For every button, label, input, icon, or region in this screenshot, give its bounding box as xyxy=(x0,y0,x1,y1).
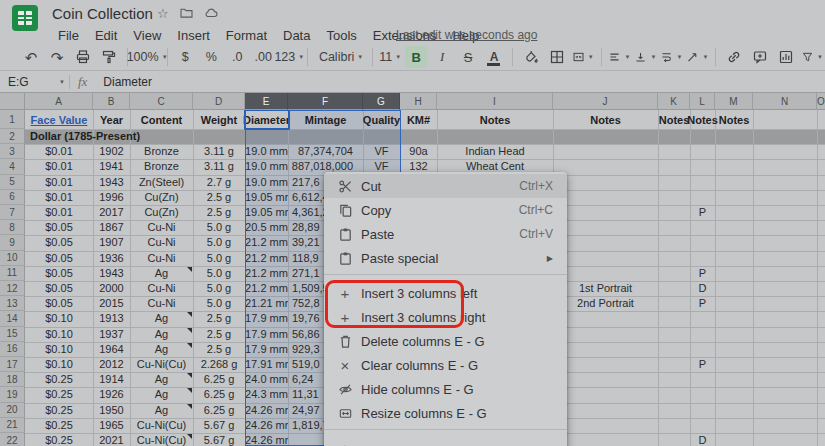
cell-B4[interactable]: 1941 xyxy=(93,159,130,174)
undo-button[interactable]: ↶ xyxy=(20,46,42,68)
row-header-2[interactable]: 2 xyxy=(0,129,25,144)
cell-C4[interactable]: Bronze xyxy=(130,159,193,174)
header-cell-E1[interactable]: Diameter xyxy=(245,110,288,129)
cell-D12[interactable]: 5.0 g xyxy=(193,281,245,296)
header-cell-K1[interactable]: Notes xyxy=(658,110,690,129)
cell-B13[interactable]: 2015 xyxy=(93,296,130,311)
cell-C7[interactable]: Cu(Zn) xyxy=(130,205,193,220)
column-header-B[interactable]: B xyxy=(93,93,130,110)
cell-B15[interactable]: 1937 xyxy=(93,327,130,342)
column-header-G[interactable]: G xyxy=(363,93,400,110)
header-cell-D1[interactable]: Weight xyxy=(193,110,245,129)
cell-D14[interactable]: 2.5 g xyxy=(193,311,245,326)
cell-D17[interactable]: 2.268 g xyxy=(193,357,245,372)
horizontal-align-button[interactable]: ▼ xyxy=(608,46,630,68)
cell-C22[interactable]: Cu-Ni(Cu) xyxy=(130,433,193,446)
cell-B22[interactable]: 2021 xyxy=(93,433,130,446)
cell-F3[interactable]: 87,374,704 xyxy=(288,144,363,159)
cell-B6[interactable]: 1996 xyxy=(93,190,130,205)
more-formats-button[interactable]: 123▼ xyxy=(278,46,300,68)
cell-B3[interactable]: 1902 xyxy=(93,144,130,159)
row-header-21[interactable]: 21 xyxy=(0,418,25,433)
fill-color-button[interactable] xyxy=(520,46,542,68)
menu-insert[interactable]: Insert xyxy=(169,26,218,45)
font-size-select[interactable]: 11▼ xyxy=(379,46,401,68)
row-header-19[interactable]: 19 xyxy=(0,387,25,402)
create-filter-button[interactable]: ▼ xyxy=(801,46,823,68)
cell-E12[interactable]: 21.2 mm xyxy=(245,281,288,296)
cell-D10[interactable]: 5.0 g xyxy=(193,251,245,266)
select-all-corner[interactable] xyxy=(0,93,25,110)
borders-button[interactable] xyxy=(546,46,568,68)
cell-C11[interactable]: Ag xyxy=(130,266,193,281)
cloud-status-icon[interactable] xyxy=(204,6,218,21)
cell-A4[interactable]: $0.01 xyxy=(25,159,93,174)
cell-D13[interactable]: 5.0 g xyxy=(193,296,245,311)
cell-D19[interactable]: 6.25 g xyxy=(193,387,245,402)
cell-D20[interactable]: 6.25 g xyxy=(193,403,245,418)
header-cell-L1[interactable]: Notes xyxy=(690,110,715,129)
increase-decimal-button[interactable]: .00 xyxy=(252,46,274,68)
column-header-C[interactable]: C xyxy=(130,93,193,110)
header-cell-I1[interactable]: Notes xyxy=(437,110,553,129)
cell-A15[interactable]: $0.10 xyxy=(25,327,93,342)
name-box[interactable]: E:G xyxy=(0,75,56,89)
cell-E13[interactable]: 21.21 mm xyxy=(245,296,288,311)
header-cell-B1[interactable]: Year xyxy=(93,110,130,129)
cell-A12[interactable]: $0.05 xyxy=(25,281,93,296)
cell-D15[interactable]: 2.5 g xyxy=(193,327,245,342)
strikethrough-button[interactable]: S xyxy=(457,46,479,68)
print-button[interactable] xyxy=(72,46,94,68)
cell-B19[interactable]: 1926 xyxy=(93,387,130,402)
column-header-F[interactable]: F xyxy=(288,93,363,110)
cell-E7[interactable]: 19.05 mm xyxy=(245,205,288,220)
redo-button[interactable]: ↷ xyxy=(46,46,68,68)
row-header-1[interactable]: 1 xyxy=(0,110,25,129)
cell-D22[interactable]: 5.67 g xyxy=(193,433,245,446)
cell-L17[interactable]: P xyxy=(690,357,715,372)
cell-C21[interactable]: Cu-Ni(Cu) xyxy=(130,418,193,433)
cell-A19[interactable]: $0.25 xyxy=(25,387,93,402)
cell-D3[interactable]: 3.11 g xyxy=(193,144,245,159)
column-header-I[interactable]: I xyxy=(437,93,553,110)
text-color-button[interactable]: A xyxy=(483,46,505,68)
row-header-16[interactable]: 16 xyxy=(0,342,25,357)
cell-E19[interactable]: 24.3 mm xyxy=(245,387,288,402)
column-header-D[interactable]: D xyxy=(193,93,245,110)
cell-A20[interactable]: $0.25 xyxy=(25,403,93,418)
menu-item-delete-columns-e-g[interactable]: Delete columns E - G xyxy=(324,329,567,353)
row-header-5[interactable]: 5 xyxy=(0,175,25,190)
format-percent-button[interactable]: % xyxy=(200,46,222,68)
cell-E17[interactable]: 17.91 mm xyxy=(245,357,288,372)
text-rotate-button[interactable]: ▼ xyxy=(686,46,708,68)
column-header-N[interactable]: N xyxy=(753,93,817,110)
cell-A3[interactable]: $0.01 xyxy=(25,144,93,159)
menu-format[interactable]: Format xyxy=(218,26,275,45)
row-header-12[interactable]: 12 xyxy=(0,281,25,296)
cell-B8[interactable]: 1867 xyxy=(93,220,130,235)
cell-B10[interactable]: 1936 xyxy=(93,251,130,266)
column-header-H[interactable]: H xyxy=(400,93,437,110)
menu-item-cut[interactable]: CutCtrl+X xyxy=(324,174,567,198)
cell-I3[interactable]: Indian Head xyxy=(437,144,553,159)
column-header-A[interactable]: A xyxy=(25,93,93,110)
formula-input[interactable]: Diameter xyxy=(103,75,152,89)
cell-E16[interactable]: 17.9 mm xyxy=(245,342,288,357)
format-currency-button[interactable]: $ xyxy=(174,46,196,68)
cell-B14[interactable]: 1913 xyxy=(93,311,130,326)
row-header-9[interactable]: 9 xyxy=(0,235,25,250)
menu-item-insert-3-columns-left[interactable]: +Insert 3 columns left xyxy=(324,281,567,305)
cell-C18[interactable]: Ag xyxy=(130,372,193,387)
cell-L7[interactable]: P xyxy=(690,205,715,220)
cell-E22[interactable]: 24.26 mm xyxy=(245,433,288,446)
cell-A22[interactable]: $0.25 xyxy=(25,433,93,446)
row-header-14[interactable]: 14 xyxy=(0,311,25,326)
row-header-6[interactable]: 6 xyxy=(0,190,25,205)
row-header-7[interactable]: 7 xyxy=(0,205,25,220)
row-header-8[interactable]: 8 xyxy=(0,220,25,235)
row-header-3[interactable]: 3 xyxy=(0,144,25,159)
last-edit-status[interactable]: Last edit was seconds ago xyxy=(396,28,537,42)
header-cell-H1[interactable]: KM# xyxy=(400,110,437,129)
cell-A16[interactable]: $0.10 xyxy=(25,342,93,357)
cell-A13[interactable]: $0.05 xyxy=(25,296,93,311)
